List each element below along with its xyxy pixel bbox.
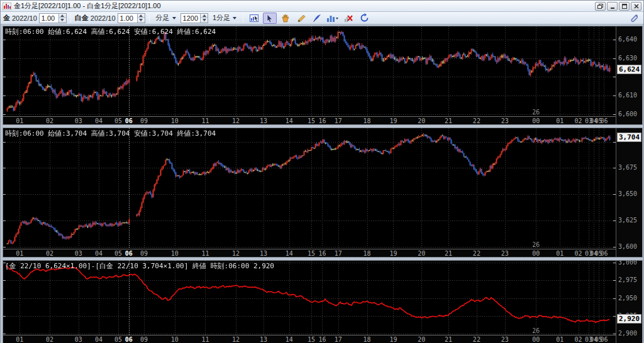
chevron-down-icon [233, 17, 236, 19]
spin-up-button[interactable] [201, 14, 208, 19]
x-tick-label: 00 [530, 336, 541, 343]
chart-type-button[interactable] [326, 13, 340, 24]
x-tick-label: 23 [499, 336, 511, 343]
x-tick-label: 04 [93, 336, 104, 343]
x-tick-label: 19 [387, 250, 399, 257]
x-tick-label: 06 [123, 336, 135, 343]
x-tick-label: 06 [123, 117, 135, 124]
wrench-icon [630, 14, 638, 23]
x-tick-label: 23 [499, 250, 511, 257]
select-tool-button[interactable] [263, 13, 277, 24]
x-tick-label: 11 [199, 250, 211, 257]
bar-count-value[interactable]: 1200 [181, 14, 200, 23]
platinum-plot-canvas[interactable] [3, 128, 616, 249]
x-tick-label: 02 [44, 250, 55, 257]
interval-dropdown[interactable]: 1分足 [210, 13, 239, 23]
x-tick-label: 14 [284, 250, 295, 257]
gold-ratio-value[interactable]: 1.00 [40, 14, 58, 23]
spread-last-price-badge: 2,920 [617, 314, 641, 324]
bar-type-dropdown[interactable]: 分足 [153, 13, 179, 23]
data-window-icon [249, 14, 259, 23]
platinum-plot-region[interactable]: 時刻:06:00 始値:3,704 高値:3,704 安値:3,704 終値:3… [3, 128, 616, 249]
gold-ohlc-info: 時刻:06:00 始値:6,624 高値:6,624 安値:6,624 終値:6… [5, 27, 216, 36]
gold-plot-canvas[interactable] [3, 26, 616, 116]
refresh-button[interactable] [357, 13, 371, 24]
chart-window: 金1分足[2022/10]1.00 - 白金1分足[2022/10]1.00 [0, 0, 644, 343]
x-tick-label: 09 [138, 336, 150, 343]
x-tick-label: 05 [113, 117, 124, 124]
settings-wrench-button[interactable] [627, 13, 641, 24]
y-tick-label: 3,650 [618, 190, 637, 197]
spin-up-button[interactable] [59, 14, 66, 19]
toolbar-separator [243, 14, 243, 23]
date-label: 26 [530, 109, 541, 116]
x-tick-label: 11 [199, 336, 211, 343]
spin-down-button[interactable] [59, 18, 66, 23]
y-tick-label: 2,900 [618, 330, 637, 337]
x-tick-label: 04 [93, 250, 104, 257]
x-tick-label: 14 [284, 336, 295, 343]
spread-plot-region[interactable]: [金 22/10 6,624×1.00]-[白金 22/10 3,704×1.0… [3, 261, 616, 335]
maximize-button[interactable] [619, 2, 630, 11]
x-tick-label: 01 [554, 117, 565, 124]
x-tick-label: 21 [443, 336, 454, 343]
gold-chart-panel: 時刻:06:00 始値:6,624 高値:6,624 安値:6,624 終値:6… [3, 26, 643, 125]
x-tick-label: 16 [316, 250, 328, 257]
draw-tool-button[interactable] [294, 13, 308, 24]
gold-plot-region[interactable]: 時刻:06:00 始値:6,624 高値:6,624 安値:6,624 終値:6… [3, 26, 616, 116]
y-tick-label: 6,610 [618, 92, 637, 99]
x-tick-label: 16 [316, 336, 328, 343]
freehand-tool-button[interactable] [310, 13, 324, 24]
hand-icon [281, 14, 290, 23]
platinum-ratio-value[interactable]: 1.00 [118, 14, 137, 23]
platinum-chart-panel: 時刻:06:00 始値:3,704 高値:3,704 安値:3,704 終値:3… [3, 128, 643, 258]
x-tick-label: 06 [123, 250, 135, 257]
y-tick-label: 6,600 [618, 111, 637, 117]
close-button[interactable] [631, 2, 641, 11]
platinum-label: 白金 [75, 13, 89, 23]
minimize-icon [610, 4, 615, 9]
spin-down-button[interactable] [201, 18, 208, 23]
platinum-ratio-spinner[interactable]: 1.00 [118, 13, 145, 23]
pan-tool-button[interactable] [279, 13, 292, 24]
x-tick-label: 12 [230, 250, 242, 257]
x-tick-label: 22 [471, 250, 482, 257]
minimize-button[interactable] [607, 2, 618, 11]
chart-area: 時刻:06:00 始値:6,624 高値:6,624 安値:6,624 終値:6… [1, 24, 643, 343]
titlebar[interactable]: 金1分足[2022/10]1.00 - 白金1分足[2022/10]1.00 [1, 1, 643, 12]
bar-chart-icon [326, 14, 339, 23]
x-tick-label: 10 [169, 117, 180, 124]
clear-indicator-button[interactable] [341, 13, 355, 24]
x-tick-label: 10 [169, 250, 180, 257]
spin-up-button[interactable] [138, 14, 145, 19]
x-tick-label: 00 [530, 250, 541, 257]
data-window-button[interactable] [247, 13, 261, 24]
new-window-button[interactable] [595, 2, 606, 11]
spread-chart-panel: [金 22/10 6,624×1.00]-[白金 22/10 3,704×1.0… [3, 260, 643, 343]
maximize-icon [622, 4, 627, 9]
y-tick-label: 3,600 [618, 243, 637, 250]
x-tick-label: 01 [14, 336, 25, 343]
x-tick-label: 19 [387, 117, 399, 124]
x-tick-label: 20 [416, 250, 427, 257]
cursor-arrow-icon [266, 14, 274, 23]
toolbar: 金 2022/10 1.00 白金 2022/10 1.00 分足 1200 [1, 12, 643, 24]
x-tick-label: 20 [416, 336, 427, 343]
bar-count-spinner[interactable]: 1200 [180, 13, 208, 23]
spin-down-button[interactable] [138, 18, 145, 23]
x-tick-label: 21 [443, 250, 454, 257]
x-tick-label: 11 [199, 117, 211, 124]
x-tick-label: 02 [44, 336, 55, 343]
x-tick-label: 03 [73, 250, 84, 257]
x-tick-label: 05 [113, 250, 124, 257]
x-tick-label: 03 [73, 336, 84, 343]
gold-ratio-spinner[interactable]: 1.00 [39, 13, 67, 23]
x-tick-label: 18 [362, 117, 373, 124]
platinum-ohlc-info: 時刻:06:00 始値:3,704 高値:3,704 安値:3,704 終値:3… [5, 129, 216, 138]
close-icon [634, 4, 639, 9]
x-tick-label: 01 [554, 250, 565, 257]
platinum-price-axis: 3,704 3,6753,6503,6253,600 [616, 128, 642, 257]
x-tick-label: 21 [443, 117, 454, 124]
spread-plot-canvas[interactable] [3, 261, 616, 335]
x-tick-label: 06 [598, 336, 609, 343]
